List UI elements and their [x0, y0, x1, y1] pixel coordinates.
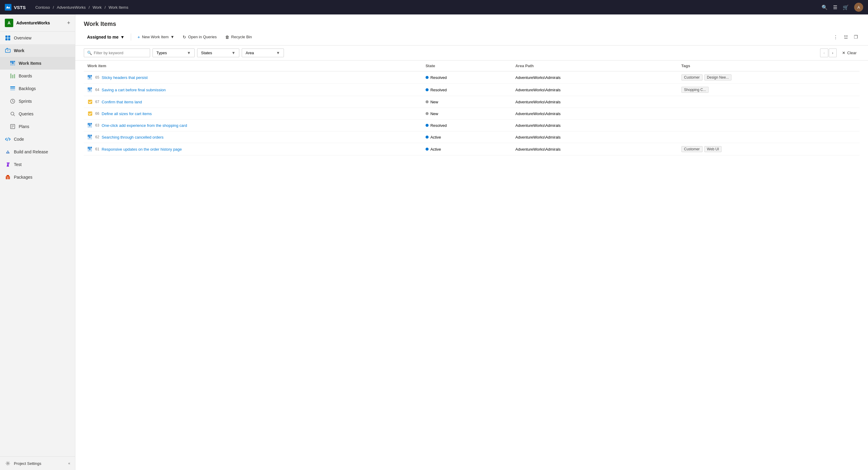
work-item-title[interactable]: One-click add experience from the shoppi…: [101, 123, 187, 128]
work-item-title[interactable]: Responsive updates on the order history …: [101, 147, 182, 152]
area-filter-dropdown[interactable]: Area ▼: [242, 49, 284, 57]
area-path-cell: AdventureWorks\Admirals: [512, 84, 678, 96]
sidebar-item-plans[interactable]: Plans: [0, 120, 75, 133]
sidebar-item-queries[interactable]: Queries: [0, 107, 75, 120]
work-item-cell: 62 Searching through cancelled orders: [84, 131, 422, 143]
states-filter-dropdown[interactable]: States ▼: [197, 49, 239, 57]
clear-filters-button[interactable]: ✕ Clear: [839, 49, 860, 57]
state-label: Resolved: [430, 75, 447, 80]
svg-rect-39: [88, 87, 89, 90]
breadcrumb: Contoso / AdventureWorks / Work / Work I…: [35, 5, 818, 10]
sidebar-item-work[interactable]: Work: [0, 44, 75, 57]
work-item-title[interactable]: Define all sizes for cart items: [101, 112, 152, 116]
state-cell: Resolved: [422, 120, 512, 131]
types-filter-dropdown[interactable]: Types ▼: [153, 49, 195, 57]
table-row: 67 Confirm that items land New Adventure…: [84, 96, 860, 108]
breadcrumb-adventureworks[interactable]: AdventureWorks: [57, 5, 86, 10]
work-item-title[interactable]: Saving a cart before final submission: [101, 88, 165, 92]
new-item-dropdown-icon: ▼: [170, 35, 174, 39]
list-icon[interactable]: ☰: [833, 4, 837, 10]
work-item-title[interactable]: Confirm that items land: [101, 100, 142, 104]
state-label: Resolved: [430, 88, 447, 92]
sidebar-footer-settings[interactable]: Project Settings «: [0, 457, 75, 470]
sidebar-item-test[interactable]: Test: [0, 158, 75, 171]
sidebar-item-backlogs[interactable]: Backlogs: [0, 82, 75, 95]
work-item-title[interactable]: Sticky headers that persist: [101, 75, 147, 80]
sidebar-item-sprints[interactable]: Sprints: [0, 95, 75, 107]
test-icon: [5, 161, 11, 167]
svg-rect-4: [8, 38, 10, 40]
search-icon[interactable]: 🔍: [822, 4, 828, 10]
work-item-cell: 61 Responsive updates on the order histo…: [84, 143, 422, 155]
sidebar-item-sprints-label: Sprints: [19, 99, 32, 104]
build-icon: [5, 149, 11, 155]
workitems-icon: [10, 60, 16, 66]
assigned-to-me-button[interactable]: Assigned to me ▼: [84, 33, 128, 41]
work-item-id: 67: [95, 100, 99, 104]
keyword-filter-container[interactable]: 🔍: [84, 49, 150, 57]
work-item-id: 64: [95, 88, 99, 92]
state-cell: Active: [422, 131, 512, 143]
prev-page-button[interactable]: ‹: [820, 49, 828, 57]
svg-rect-35: [89, 75, 90, 78]
clear-label: Clear: [847, 51, 857, 55]
svg-rect-37: [91, 75, 92, 76]
filter-icon[interactable]: ☳: [842, 33, 849, 41]
work-item-type-icon: [87, 123, 93, 128]
breadcrumb-work[interactable]: Work: [93, 5, 101, 10]
sidebar-item-test-label: Test: [14, 162, 22, 167]
col-state: State: [422, 61, 512, 71]
svg-rect-18: [10, 90, 15, 90]
app-logo[interactable]: VSTS: [5, 4, 26, 10]
sidebar-item-packages[interactable]: Packages: [0, 171, 75, 184]
svg-rect-12: [14, 61, 15, 62]
toolbar-separator: [131, 33, 131, 41]
sidebar-item-workitems[interactable]: Work Items: [0, 57, 75, 70]
breadcrumb-contoso[interactable]: Contoso: [35, 5, 50, 10]
add-project-button[interactable]: +: [67, 20, 70, 26]
work-item-title[interactable]: Searching through cancelled orders: [101, 135, 163, 139]
next-page-button[interactable]: ›: [829, 49, 837, 57]
cart-icon[interactable]: 🛒: [843, 4, 849, 10]
table-row: 65 Sticky headers that persist Resolved …: [84, 71, 860, 84]
sidebar-item-boards[interactable]: Boards: [0, 70, 75, 82]
work-item-type-icon: [87, 99, 93, 104]
svg-rect-51: [91, 123, 92, 124]
recycle-bin-button[interactable]: 🗑 Recycle Bin: [222, 33, 255, 41]
main-content: Work Items Assigned to me ▼ + New Work I…: [75, 14, 868, 470]
svg-point-20: [11, 112, 14, 115]
column-options-icon[interactable]: ⋮: [832, 33, 840, 41]
work-item-type-icon: [87, 134, 93, 140]
table-row: 64 Saving a cart before final submission…: [84, 84, 860, 96]
recycle-bin-label: Recycle Bin: [231, 35, 252, 39]
keyword-filter-input[interactable]: [94, 51, 147, 55]
work-item-type-icon: [87, 147, 93, 152]
state-dot-icon: [426, 76, 429, 79]
state-dot-icon: [426, 88, 429, 91]
area-path-cell: AdventureWorks\Admirals: [512, 108, 678, 120]
user-avatar[interactable]: A: [854, 3, 863, 12]
work-item-type-icon: [87, 111, 93, 116]
sidebar-item-overview[interactable]: Overview: [0, 32, 75, 44]
pagination-arrows: ‹ ›: [820, 49, 837, 57]
table-header: Work item State Area Path Tags: [84, 61, 860, 71]
sidebar-item-packages-label: Packages: [14, 175, 32, 180]
sidebar-item-code[interactable]: Code: [0, 133, 75, 146]
sidebar-item-build[interactable]: Build and Release: [0, 146, 75, 158]
sidebar-item-build-label: Build and Release: [14, 150, 48, 154]
sidebar: A AdventureWorks + Overview Work Work It…: [0, 14, 75, 470]
tag-badge: Customer: [681, 146, 703, 152]
breadcrumb-workitems[interactable]: Work Items: [108, 5, 128, 10]
sidebar-collapse-button[interactable]: «: [68, 461, 70, 466]
state-cell: Active: [422, 143, 512, 155]
fullscreen-icon[interactable]: ❐: [852, 33, 860, 41]
state-label: New: [430, 112, 438, 116]
state-dot-icon: [426, 100, 429, 103]
area-path-cell: AdventureWorks\Admirals: [512, 96, 678, 108]
svg-point-27: [7, 152, 8, 153]
new-work-item-button[interactable]: + New Work Item ▼: [134, 32, 178, 41]
svg-rect-59: [88, 147, 89, 149]
open-queries-button[interactable]: ↻ Open in Queries: [179, 33, 220, 41]
state-label: Active: [430, 135, 441, 139]
sidebar-item-boards-label: Boards: [19, 73, 32, 78]
